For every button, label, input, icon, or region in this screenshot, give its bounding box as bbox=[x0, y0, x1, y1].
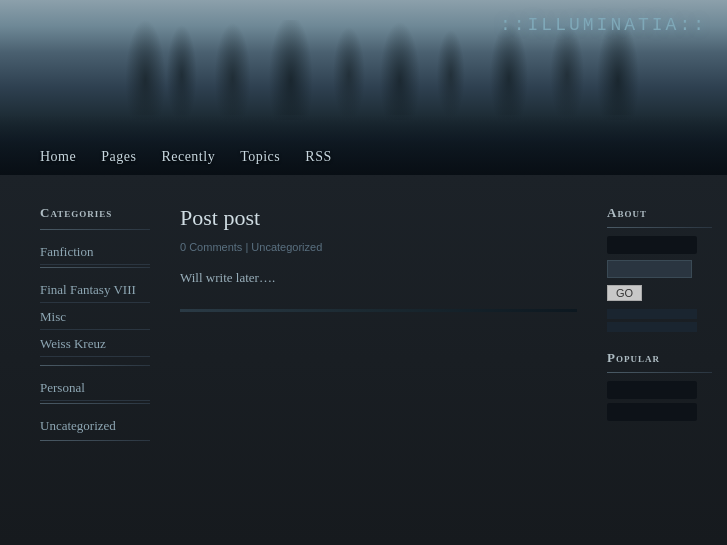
categories-title: Categories bbox=[40, 205, 150, 221]
nav-topics[interactable]: Topics bbox=[240, 149, 280, 165]
divider-2 bbox=[40, 365, 150, 366]
popular-title: Popular bbox=[607, 350, 712, 366]
post-category: Uncategorized bbox=[251, 241, 322, 253]
nav-home[interactable]: Home bbox=[40, 149, 76, 165]
post-footer-bar bbox=[180, 309, 577, 312]
right-text-bar-2 bbox=[607, 322, 697, 332]
sidebar-left: Categories Fanfiction Final Fantasy VIII… bbox=[0, 195, 165, 525]
nav-recently[interactable]: Recently bbox=[161, 149, 215, 165]
nav-pages[interactable]: Pages bbox=[101, 149, 136, 165]
popular-divider bbox=[607, 372, 712, 373]
post-comments: 0 Comments bbox=[180, 241, 242, 253]
about-title: About bbox=[607, 205, 712, 221]
sidebar-link-weiss[interactable]: Weiss Kreuz bbox=[40, 332, 150, 357]
right-text-bar-1 bbox=[607, 309, 697, 319]
divider-4 bbox=[40, 440, 150, 441]
main-content: Post post 0 Comments | Uncategorized Wil… bbox=[165, 195, 597, 525]
post-title: Post post bbox=[180, 205, 577, 231]
divider-3 bbox=[40, 403, 150, 404]
sidebar-right: About GO Popular bbox=[597, 195, 727, 525]
nav-rss[interactable]: RSS bbox=[305, 149, 331, 165]
sidebar-link-personal[interactable]: Personal bbox=[40, 376, 150, 401]
popular-item-1 bbox=[607, 381, 697, 399]
sidebar-link-ff8[interactable]: Final Fantasy VIII bbox=[40, 278, 150, 303]
header-banner: ::ILLUMINATIA:: Home Pages Recently Topi… bbox=[0, 0, 727, 175]
post-body: Will write later…. bbox=[180, 268, 577, 289]
popular-item-2 bbox=[607, 403, 697, 421]
content-area: Categories Fanfiction Final Fantasy VIII… bbox=[0, 175, 727, 545]
categories-divider bbox=[40, 229, 150, 230]
about-divider bbox=[607, 227, 712, 228]
divider-1 bbox=[40, 267, 150, 268]
about-content-box bbox=[607, 236, 697, 254]
sidebar-link-fanfiction[interactable]: Fanfiction bbox=[40, 240, 150, 265]
post-meta: 0 Comments | Uncategorized bbox=[180, 241, 577, 253]
sidebar-link-uncategorized[interactable]: Uncategorized bbox=[40, 414, 150, 438]
site-title: ::ILLUMINATIA:: bbox=[500, 15, 707, 35]
go-button[interactable]: GO bbox=[607, 285, 642, 301]
search-input[interactable] bbox=[607, 260, 692, 278]
main-nav: Home Pages Recently Topics RSS bbox=[40, 149, 332, 165]
sidebar-link-misc[interactable]: Misc bbox=[40, 305, 150, 330]
